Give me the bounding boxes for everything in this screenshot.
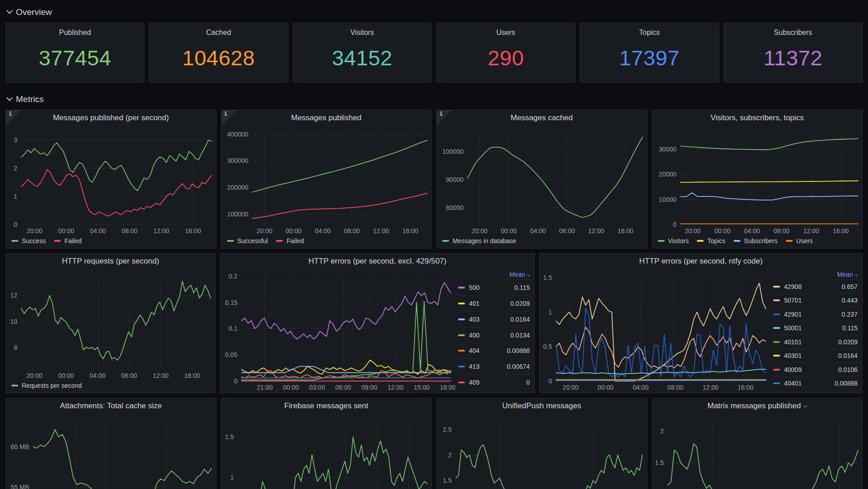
legend-row-40401[interactable]: 404010.00888 bbox=[773, 377, 858, 391]
legend-row-40101[interactable]: 401010.0209 bbox=[773, 335, 858, 349]
legend-row-50001[interactable]: 500010.115 bbox=[773, 321, 858, 335]
svg-text:04:00: 04:00 bbox=[633, 384, 649, 391]
messages-published-rate-chart[interactable]: 012320:0000:0004:0008:0012:0016:00 bbox=[6, 126, 216, 236]
unifiedpush-messages-chart[interactable]: 11.522.5 bbox=[437, 414, 647, 489]
series-color-swatch bbox=[773, 341, 780, 343]
legend-row-401[interactable]: 4010.0209 bbox=[458, 295, 530, 311]
svg-text:16:00: 16:00 bbox=[184, 372, 200, 379]
http-requests-chart[interactable]: 8101220:0000:0004:0008:0012:0016:00 bbox=[6, 269, 215, 381]
stat-value-cached: 104628 bbox=[182, 33, 255, 82]
overview-section-toggle[interactable]: Overview bbox=[7, 6, 863, 18]
messages-cached-panel: iMessages cached800009000010000020:0000:… bbox=[436, 110, 647, 249]
http-errors-excl-body: 00.050.10.150.221:0000:0003:0006:0009:00… bbox=[221, 269, 534, 393]
stat-value-users: 290 bbox=[488, 33, 524, 82]
svg-text:20:00: 20:00 bbox=[256, 227, 272, 235]
http-errors-ntfy-chart[interactable]: 00.511.520:0000:0004:0008:0012:0016:00 bbox=[540, 269, 770, 393]
http-errors-excl-chart[interactable]: 00.050.10.150.221:0000:0003:0006:0009:00… bbox=[221, 269, 455, 393]
chart-row-2: HTTP requests (per second)8101220:0000:0… bbox=[5, 253, 863, 393]
stat-value-subscribers: 11372 bbox=[764, 33, 823, 82]
firebase-messages-sent-chart[interactable]: 0.511.5 bbox=[222, 414, 432, 489]
messages-published-total-legend: SuccessfulFailed bbox=[222, 236, 432, 248]
stat-panel-cached: Cached104628 bbox=[149, 23, 288, 83]
series-name: Subscribers bbox=[744, 237, 778, 244]
series-name: Requests per second bbox=[22, 382, 82, 389]
series-color-swatch bbox=[697, 240, 704, 242]
svg-text:0.15: 0.15 bbox=[225, 299, 237, 306]
svg-text:03:00: 03:00 bbox=[309, 384, 325, 391]
svg-text:08:00: 08:00 bbox=[122, 227, 138, 235]
legend-mean-sort[interactable]: Mean bbox=[509, 270, 530, 279]
legend-row-404[interactable]: 4040.00888 bbox=[458, 342, 530, 358]
series-color-swatch bbox=[458, 334, 465, 336]
unifiedpush-messages-title[interactable]: UnifiedPush messages bbox=[437, 398, 647, 414]
legend-item-success[interactable]: Success bbox=[11, 237, 46, 244]
legend-item-subscribers[interactable]: Subscribers bbox=[734, 237, 778, 244]
http-requests-legend: Requests per second bbox=[6, 381, 215, 393]
chevron-down-icon[interactable] bbox=[804, 403, 807, 407]
legend-row-500[interactable]: 5000.115 bbox=[458, 279, 530, 295]
legend-item-topics[interactable]: Topics bbox=[697, 237, 725, 244]
http-requests-title-text: HTTP requests (per second) bbox=[62, 257, 159, 266]
legend-item-visitors[interactable]: Visitors bbox=[658, 237, 689, 244]
legend-row-400[interactable]: 4000.0134 bbox=[458, 327, 530, 343]
svg-text:3: 3 bbox=[14, 137, 17, 144]
series-name: Visitors bbox=[668, 237, 689, 244]
legend-item-users[interactable]: Users bbox=[786, 237, 813, 244]
info-icon[interactable]: i bbox=[9, 111, 12, 117]
legend-item-messages-in-database[interactable]: Messages in database bbox=[442, 237, 516, 244]
visitors-subscribers-topics-chart[interactable]: 010000200003000020:0000:0004:0008:0012:0… bbox=[652, 126, 863, 236]
info-icon[interactable]: i bbox=[224, 111, 227, 117]
svg-text:04:00: 04:00 bbox=[90, 372, 106, 379]
chart-row-1: iMessages published (per second)012320:0… bbox=[5, 110, 863, 249]
series-color-swatch bbox=[773, 313, 780, 315]
legend-row-403[interactable]: 4030.0164 bbox=[458, 311, 530, 327]
matrix-messages-published-title[interactable]: Matrix messages published bbox=[652, 398, 863, 414]
attachments-cache-size-chart[interactable]: 55 MB60 MB bbox=[6, 414, 216, 489]
svg-text:55 MB: 55 MB bbox=[11, 484, 29, 489]
visitors-subscribers-topics-title[interactable]: Visitors, subscribers, topics bbox=[652, 110, 863, 126]
legend-row-42901[interactable]: 429010.237 bbox=[773, 307, 858, 321]
legend-mean-sort[interactable]: Mean bbox=[837, 270, 858, 279]
legend-item-requests-per-second[interactable]: Requests per second bbox=[11, 382, 82, 389]
series-name: 42908 bbox=[784, 283, 802, 290]
matrix-messages-published-chart[interactable]: 11.52 bbox=[652, 414, 863, 489]
messages-published-total-title[interactable]: Messages published bbox=[222, 110, 432, 126]
legend-row-409[interactable]: 4090 bbox=[458, 374, 530, 390]
stat-value-visitors: 34152 bbox=[332, 33, 392, 82]
legend-item-successful[interactable]: Successful bbox=[227, 237, 268, 244]
svg-text:20:00: 20:00 bbox=[26, 227, 42, 235]
legend-item-failed[interactable]: Failed bbox=[276, 237, 304, 244]
svg-text:16:00: 16:00 bbox=[402, 227, 418, 235]
metrics-section-title: Metrics bbox=[16, 94, 44, 104]
visitors-subscribers-topics-body: 010000200003000020:0000:0004:0008:0012:0… bbox=[652, 126, 863, 236]
http-errors-excl-title[interactable]: HTTP errors (per second, excl. 429/507) bbox=[221, 254, 534, 269]
info-icon[interactable]: i bbox=[439, 111, 443, 117]
messages-cached-title[interactable]: Messages cached bbox=[437, 110, 647, 126]
legend-row-40301[interactable]: 403010.0164 bbox=[773, 349, 858, 363]
metrics-section-toggle[interactable]: Metrics bbox=[7, 93, 863, 105]
svg-text:1.5: 1.5 bbox=[225, 433, 234, 440]
legend-row-413[interactable]: 4130.00674 bbox=[458, 358, 530, 374]
svg-text:80000: 80000 bbox=[446, 204, 464, 211]
dashboard: Overview Published377454Cached104628Visi… bbox=[0, 0, 868, 489]
messages-published-total-chart[interactable]: 10000020000030000040000020:0000:0004:000… bbox=[222, 126, 432, 236]
series-name: Successful bbox=[237, 237, 268, 244]
attachments-cache-size-title[interactable]: Attachments: Total cache size bbox=[6, 398, 216, 414]
series-name: 409 bbox=[469, 379, 479, 386]
legend-row-40009[interactable]: 400090.0106 bbox=[773, 362, 858, 377]
matrix-messages-published-title-text: Matrix messages published bbox=[707, 401, 801, 411]
svg-text:12: 12 bbox=[10, 292, 17, 299]
svg-text:300000: 300000 bbox=[227, 157, 248, 164]
messages-published-rate-title[interactable]: Messages published (per second) bbox=[6, 110, 216, 126]
http-errors-excl-panel: HTTP errors (per second, excl. 429/507)0… bbox=[220, 253, 535, 393]
firebase-messages-sent-title[interactable]: Firebase messages sent bbox=[222, 398, 432, 414]
http-requests-title[interactable]: HTTP requests (per second) bbox=[6, 254, 215, 269]
messages-cached-chart[interactable]: 800009000010000020:0000:0004:0008:0012:0… bbox=[437, 126, 647, 236]
http-errors-ntfy-title[interactable]: HTTP errors (per second, ntfy code) bbox=[540, 254, 862, 269]
svg-text:21:00: 21:00 bbox=[257, 384, 273, 391]
legend-row-50701[interactable]: 507010.443 bbox=[773, 293, 858, 308]
legend-item-failed[interactable]: Failed bbox=[54, 237, 82, 244]
http-errors-ntfy-body: 00.511.520:0000:0004:0008:0012:0016:00Me… bbox=[540, 269, 862, 393]
visitors-subscribers-topics-panel: Visitors, subscribers, topics01000020000… bbox=[652, 110, 863, 249]
legend-row-42908[interactable]: 429080.657 bbox=[773, 279, 858, 293]
